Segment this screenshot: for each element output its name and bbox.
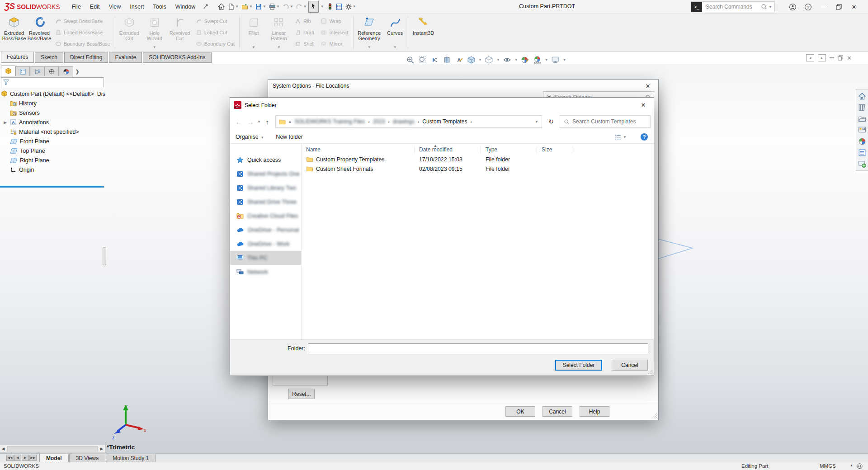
collapse-left-pane-icon[interactable]: ◂ xyxy=(806,54,814,61)
address-bar[interactable]: » SOLIDWORKS Training Files › 2023 › dra… xyxy=(275,115,542,128)
custom-properties-icon[interactable] xyxy=(857,148,867,158)
nav-item-this-pc[interactable]: This PC xyxy=(230,251,301,265)
scroll-left-icon[interactable]: ◀ xyxy=(0,446,6,451)
tree-filter-input[interactable] xyxy=(1,77,104,87)
tree-item-annotations[interactable]: ▶ A Annotations xyxy=(10,118,106,127)
folder-search-box[interactable]: Search Custom Templates xyxy=(560,115,651,128)
menu-insert[interactable]: Insert xyxy=(125,0,148,14)
scroll-right-icon[interactable]: ▶ xyxy=(99,446,105,451)
breadcrumb-segment[interactable]: drawings xyxy=(393,118,415,125)
configuration-manager-tab[interactable] xyxy=(30,66,44,76)
display-style-icon[interactable] xyxy=(484,54,495,65)
view-palette-icon[interactable] xyxy=(857,125,867,135)
cancel-button[interactable]: Cancel xyxy=(612,360,648,371)
extruded-boss-base-button[interactable]: Extruded Boss/Base xyxy=(1,14,27,51)
menu-window[interactable]: Window xyxy=(171,0,200,14)
collapse-right-pane-icon[interactable]: ▸ xyxy=(818,54,826,61)
next-tab-icon[interactable]: ▶ xyxy=(22,455,29,461)
open-button[interactable]: ▼ xyxy=(240,1,254,13)
apply-scene-icon[interactable] xyxy=(532,54,543,65)
fm-tabs-overflow-icon[interactable]: ❯ xyxy=(73,66,81,76)
tab-solidworks-add-ins[interactable]: SOLIDWORKS Add-Ins xyxy=(143,52,211,63)
annotation-visibility-icon[interactable]: A xyxy=(453,54,464,65)
menu-view[interactable]: View xyxy=(104,0,125,14)
previous-tab-icon[interactable]: ◀ xyxy=(14,455,21,461)
tab-features[interactable]: Features xyxy=(1,52,34,63)
reference-geometry-button[interactable]: Reference Geometry ▼ xyxy=(355,14,384,51)
dropdown-caret-icon[interactable]: ▼ xyxy=(393,46,397,51)
revolved-boss-base-button[interactable]: Revolved Boss/Base xyxy=(27,14,52,51)
nav-item-creative-cloud[interactable]: Creative Cloud Files xyxy=(230,209,301,223)
dropdown-caret-icon[interactable]: ▼ xyxy=(769,5,772,9)
pin-menu-icon[interactable] xyxy=(203,3,209,10)
menu-file[interactable]: File xyxy=(67,0,85,14)
refresh-icon[interactable]: ↻ xyxy=(545,115,557,128)
organise-button[interactable]: Organise ▼ xyxy=(236,134,264,140)
dropdown-caret-icon[interactable]: ▼ xyxy=(478,58,482,62)
column-header-date-modified[interactable]: Date modified xyxy=(415,146,481,154)
menu-tools[interactable]: Tools xyxy=(149,0,171,14)
save-button[interactable]: ▼ xyxy=(254,1,267,13)
units-caret-icon[interactable]: ▲ xyxy=(850,464,853,467)
select-folder-close-button[interactable]: ✕ xyxy=(633,98,653,112)
tab-evaluate[interactable]: Evaluate xyxy=(109,52,142,63)
view-orientation-icon[interactable] xyxy=(466,54,476,65)
close-button[interactable]: ✕ xyxy=(846,0,862,14)
search-icon[interactable] xyxy=(761,4,767,10)
last-tab-icon[interactable]: ▶▶ xyxy=(29,455,37,461)
dropdown-caret-icon[interactable]: ▼ xyxy=(249,5,253,9)
nav-item-network[interactable]: Network xyxy=(230,265,301,279)
doc-close-icon[interactable]: ✕ xyxy=(847,55,852,61)
breadcrumb-segment[interactable]: SOLIDWORKS Training Files xyxy=(294,118,365,125)
nav-item-quick-access[interactable]: Quick access xyxy=(230,153,301,167)
hide-show-items-icon[interactable] xyxy=(502,54,513,65)
select-folder-title-bar[interactable]: 2023 Select Folder xyxy=(230,98,654,113)
options-button[interactable]: ▼ xyxy=(344,1,357,13)
system-options-title-bar[interactable]: System Options - File Locations xyxy=(268,80,658,92)
dimxpert-manager-tab[interactable] xyxy=(44,66,59,76)
file-row[interactable]: Custom Property Templates 17/10/2022 15:… xyxy=(302,155,654,164)
featuremanager-design-tree-tab[interactable] xyxy=(1,66,15,76)
tree-item-front-plane[interactable]: Front Plane xyxy=(10,136,106,146)
dropdown-caret-icon[interactable]: ▼ xyxy=(368,46,371,51)
tab-3d-views[interactable]: 3D Views xyxy=(69,454,105,462)
display-manager-tab[interactable] xyxy=(59,66,73,76)
tree-item-right-plane[interactable]: Right Plane xyxy=(10,155,106,165)
tab-direct-editing[interactable]: Direct Editing xyxy=(64,52,108,63)
nav-item-shared-folder[interactable]: Shared Library Two xyxy=(230,181,301,195)
edit-appearance-icon[interactable] xyxy=(520,54,531,65)
new-document-button[interactable]: ▼ xyxy=(226,1,240,13)
scrollbar-thumb[interactable] xyxy=(7,446,98,451)
solidworks-forum-icon[interactable] xyxy=(857,159,867,169)
home-icon[interactable] xyxy=(857,91,867,101)
ok-button[interactable]: OK xyxy=(505,406,535,417)
nav-item-onedrive[interactable]: OneDrive - Work xyxy=(230,237,301,251)
tab-model[interactable]: Model xyxy=(39,454,69,462)
column-header-size[interactable]: Size xyxy=(537,146,572,154)
dropdown-caret-icon[interactable]: ▼ xyxy=(321,5,324,9)
print-button[interactable]: ▼ xyxy=(268,1,281,13)
select-folder-button[interactable]: Select Folder xyxy=(555,360,602,371)
file-explorer-icon[interactable] xyxy=(857,114,867,124)
view-mode-button[interactable]: ▼ xyxy=(614,134,627,140)
dropdown-caret-icon[interactable]: ▼ xyxy=(514,58,518,62)
resize-grip-icon[interactable] xyxy=(651,413,657,419)
nav-item-shared-folder[interactable]: Shared Drive Three xyxy=(230,195,301,209)
rebuild-button[interactable] xyxy=(326,1,334,13)
previous-view-icon[interactable] xyxy=(429,54,440,65)
tree-item-top-plane[interactable]: Top Plane xyxy=(10,146,106,155)
design-library-icon[interactable] xyxy=(857,103,867,113)
zoom-to-area-icon[interactable] xyxy=(417,54,428,65)
recent-locations-caret-icon[interactable]: ▼ xyxy=(257,120,261,124)
forward-icon[interactable]: → xyxy=(245,116,256,127)
dropdown-caret-icon[interactable]: ▼ xyxy=(353,5,356,9)
system-options-close-button[interactable]: ✕ xyxy=(638,80,657,92)
curves-button[interactable]: Curves ▼ xyxy=(384,14,406,51)
folder-name-input[interactable] xyxy=(308,343,648,354)
command-search-box[interactable]: >_ Search Commands ▼ xyxy=(691,1,775,12)
section-view-icon[interactable] xyxy=(441,54,452,65)
appearances-icon[interactable] xyxy=(857,136,867,146)
help-button[interactable]: ? xyxy=(800,0,816,14)
help-button[interactable]: Help xyxy=(580,406,609,417)
tree-horizontal-scrollbar[interactable]: ◀ ▶ xyxy=(0,445,105,452)
